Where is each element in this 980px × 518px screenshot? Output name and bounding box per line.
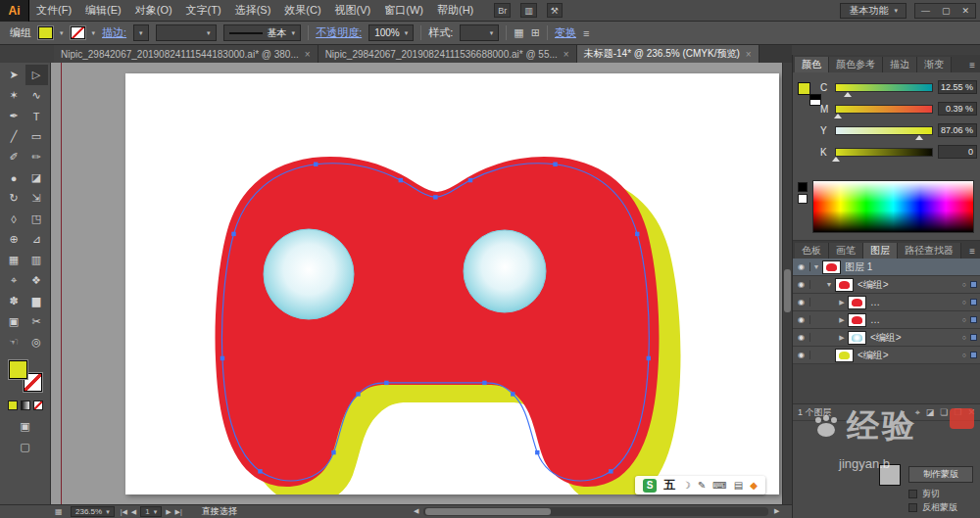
- brush-definition-combo[interactable]: 基本 ▾: [223, 24, 302, 41]
- target-icon[interactable]: ○: [962, 299, 966, 306]
- white-chip[interactable]: [798, 194, 808, 204]
- sogou-logo-icon[interactable]: S: [643, 479, 657, 493]
- clip-checkbox[interactable]: [908, 490, 917, 498]
- draw-mode-icon[interactable]: ▣: [20, 420, 29, 433]
- tab-color-guide[interactable]: 颜色参考: [829, 57, 883, 72]
- visibility-eye-icon[interactable]: ◉: [793, 298, 810, 306]
- lasso-tool[interactable]: ∿: [25, 85, 48, 106]
- vertical-scrollbar[interactable]: [782, 63, 792, 504]
- maximize-button[interactable]: ▢: [936, 4, 956, 18]
- menu-effect[interactable]: 效果(C): [277, 0, 327, 21]
- slice-tool[interactable]: ✂: [25, 311, 48, 332]
- blend-tool[interactable]: ❖: [25, 270, 48, 291]
- new-layer-icon[interactable]: ❐: [954, 407, 961, 418]
- magenta-slider[interactable]: [835, 105, 933, 114]
- horizontal-scrollbar[interactable]: [423, 507, 768, 516]
- layer-name[interactable]: …: [870, 314, 880, 325]
- rotate-tool[interactable]: ↻: [3, 188, 25, 209]
- opacity-link[interactable]: 不透明度:: [316, 25, 362, 40]
- visibility-eye-icon[interactable]: ◉: [793, 351, 810, 359]
- slider-thumb[interactable]: [834, 114, 842, 118]
- screen-mode-icon[interactable]: ⚒: [547, 3, 563, 18]
- make-mask-button[interactable]: 制作蒙版: [908, 466, 973, 483]
- selection-chip[interactable]: [970, 334, 977, 341]
- delete-layer-icon[interactable]: ✕: [967, 407, 975, 418]
- target-icon[interactable]: ○: [962, 352, 966, 358]
- layer-name[interactable]: <编组>: [858, 349, 889, 362]
- color-spectrum[interactable]: [812, 180, 974, 233]
- menu-select[interactable]: 选择(S): [228, 0, 278, 21]
- last-artboard-button[interactable]: ▶|: [175, 508, 182, 516]
- ime-toolbar[interactable]: S 五 ☽ ✎ ⌨ ▤ ◆: [635, 476, 765, 494]
- target-icon[interactable]: ○: [962, 334, 966, 341]
- selection-tool[interactable]: ➤: [3, 65, 25, 85]
- expander-icon[interactable]: ▶: [836, 334, 848, 342]
- cyan-value[interactable]: 12.55 %: [938, 80, 977, 94]
- gradient-tool[interactable]: ▥: [25, 250, 48, 270]
- layer-name[interactable]: 图层 1: [845, 260, 872, 274]
- recolor-artwork-icon[interactable]: ▦: [514, 26, 523, 39]
- scroll-right-arrow[interactable]: ▶: [774, 507, 779, 515]
- black-chip[interactable]: [798, 182, 808, 192]
- slider-thumb[interactable]: [832, 157, 840, 162]
- close-icon[interactable]: ×: [746, 49, 752, 60]
- tab-color[interactable]: 颜色: [795, 57, 829, 72]
- zoom-combo[interactable]: 236.5% ▾: [71, 506, 115, 517]
- close-icon[interactable]: ×: [564, 49, 569, 60]
- invert-mask-checkbox[interactable]: [908, 503, 917, 512]
- panel-menu-icon[interactable]: ≡: [969, 246, 980, 259]
- visibility-eye-icon[interactable]: ◉: [793, 315, 810, 324]
- mesh-tool[interactable]: ▦: [3, 250, 25, 270]
- none-button[interactable]: [33, 400, 43, 410]
- bridge-icon[interactable]: Br: [494, 3, 511, 18]
- eyedropper-tool[interactable]: ⌖: [3, 270, 25, 291]
- expander-icon[interactable]: ▶: [836, 299, 848, 306]
- direct-selection-tool[interactable]: ▷: [25, 65, 48, 85]
- layer-name[interactable]: …: [870, 297, 880, 307]
- layer-row-3[interactable]: ◉ ▶ … ○: [793, 294, 980, 311]
- visibility-eye-icon[interactable]: ◉: [793, 333, 810, 342]
- black-value[interactable]: 0: [938, 145, 977, 159]
- type-tool[interactable]: T: [25, 106, 48, 126]
- menu-file[interactable]: 文件(F): [29, 0, 78, 21]
- symbol-sprayer-tool[interactable]: ✽: [3, 291, 25, 311]
- line-segment-tool[interactable]: ╱: [3, 126, 25, 147]
- tab-stroke[interactable]: 描边: [883, 57, 917, 72]
- expander-icon[interactable]: ▶: [836, 316, 848, 324]
- layer-row-4[interactable]: ◉ ▶ … ○: [793, 311, 980, 329]
- new-sublayer-icon[interactable]: ❏: [940, 407, 948, 418]
- horizontal-scroll-thumb[interactable]: [425, 508, 551, 515]
- slider-thumb[interactable]: [844, 92, 852, 97]
- panel-menu-icon[interactable]: ≡: [969, 60, 980, 72]
- selection-chip[interactable]: [970, 316, 977, 323]
- opacity-combo[interactable]: 100% ▾: [368, 24, 414, 41]
- ime-pen-icon[interactable]: ✎: [698, 480, 706, 491]
- blob-brush-tool[interactable]: ●: [3, 167, 25, 188]
- cyan-slider[interactable]: [835, 83, 933, 92]
- black-slider[interactable]: [835, 148, 933, 157]
- width-tool[interactable]: ◊: [3, 209, 25, 229]
- stroke-link[interactable]: 描边:: [102, 25, 126, 40]
- artboard[interactable]: [125, 73, 779, 494]
- scale-tool[interactable]: ⇲: [25, 188, 48, 209]
- document-tab-2[interactable]: Nipic_29842067_20190824111536688000.ai* …: [318, 45, 577, 63]
- close-button[interactable]: ✕: [956, 4, 975, 18]
- tab-swatches[interactable]: 色板: [795, 243, 829, 259]
- style-combo[interactable]: ▾: [460, 24, 499, 41]
- tab-layers[interactable]: 图层: [863, 243, 898, 259]
- document-tab-1[interactable]: Nipic_29842067_20190824111544183000.ai* …: [54, 45, 318, 63]
- stroke-weight-combo[interactable]: ▾: [133, 24, 149, 41]
- workspace-switcher[interactable]: 基本功能 ▾: [840, 3, 906, 19]
- rectangle-tool[interactable]: ▭: [25, 126, 48, 147]
- mini-fill-well[interactable]: [798, 82, 810, 95]
- ime-mode-label[interactable]: 五: [663, 477, 675, 494]
- next-artboard-button[interactable]: ▶: [166, 508, 171, 516]
- zoom-tool[interactable]: ◎: [25, 332, 48, 353]
- stroke-swatch[interactable]: [71, 26, 85, 39]
- tab-pathfinder[interactable]: 路径查找器: [898, 243, 961, 259]
- selection-chip[interactable]: [970, 281, 977, 288]
- menu-window[interactable]: 窗口(W): [377, 0, 430, 21]
- visibility-eye-icon[interactable]: ◉: [793, 280, 810, 289]
- selection-chip[interactable]: [970, 299, 977, 306]
- ime-toolbox-icon[interactable]: ▤: [734, 480, 743, 491]
